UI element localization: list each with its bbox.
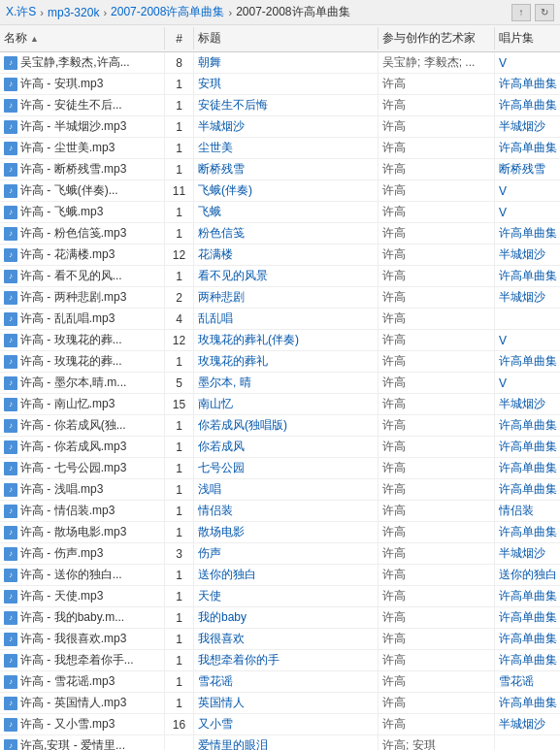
table-row[interactable]: ♪许高 - 南山忆.mp315南山忆许高半城烟沙 <box>0 394 560 415</box>
table-row[interactable]: ♪许高 - 你若成风(独...1你若成风(独唱版)许高许高单曲集 <box>0 415 560 437</box>
file-num-cell: 1 <box>165 607 194 628</box>
table-row[interactable]: ♪许高 - 两种悲剧.mp32两种悲剧许高半城烟沙 <box>0 287 560 309</box>
file-title-text: 安琪 <box>198 76 221 92</box>
file-name-cell: ♪吴宝静,李毅杰,许高... <box>0 52 165 73</box>
col-header-num[interactable]: # <box>165 27 194 49</box>
file-title-cell[interactable]: 送你的独白 <box>194 565 379 585</box>
file-album-cell: 许高单曲集 <box>495 266 560 286</box>
file-album-cell: 半城烟沙 <box>495 116 560 137</box>
music-file-icon: ♪ <box>4 654 17 668</box>
file-title-cell[interactable]: 浅唱 <box>194 479 379 500</box>
file-name-cell: ♪许高 - 玫瑰花的葬... <box>0 330 165 350</box>
file-title-cell[interactable]: 粉色信笺 <box>194 223 379 244</box>
table-row[interactable]: ♪许高 - 天使.mp31天使许高许高单曲集 <box>0 586 560 607</box>
file-title-cell[interactable]: 我的baby <box>194 607 379 628</box>
music-file-icon: ♪ <box>4 227 17 241</box>
file-title-cell[interactable]: 断桥残雪 <box>194 159 379 179</box>
file-title-cell[interactable]: 朝舞 <box>194 52 379 73</box>
col-header-artist[interactable]: 参与创作的艺术家 <box>379 27 495 49</box>
file-title-cell[interactable]: 散场电影 <box>194 522 379 542</box>
table-row[interactable]: ♪许高 - 乱乱唱.mp34乱乱唱许高 <box>0 309 560 330</box>
table-row[interactable]: ♪许高 - 又小雪.mp316又小雪许高半城烟沙 <box>0 714 560 735</box>
table-row[interactable]: ♪许高 - 半城烟沙.mp31半城烟沙许高半城烟沙 <box>0 116 560 138</box>
file-name-text: 许高 - 情侣装.mp3 <box>20 503 115 519</box>
breadcrumb-item-2[interactable]: mp3-320k <box>48 6 99 19</box>
table-row[interactable]: ♪许高 - 墨尔本,晴.m...5墨尔本, 晴许高V <box>0 373 560 394</box>
file-artist-cell: 许高 <box>379 543 495 564</box>
file-name-text: 许高 - 玫瑰花的葬... <box>20 353 122 370</box>
file-title-cell[interactable]: 安徒生不后悔 <box>194 95 379 115</box>
table-row[interactable]: ♪许高 - 英国情人.mp31英国情人许高许高单曲集 <box>0 693 560 714</box>
music-file-icon: ♪ <box>4 718 17 732</box>
file-title-cell[interactable]: 安琪 <box>194 74 379 94</box>
file-num-cell: 1 <box>165 522 194 542</box>
table-row[interactable]: ♪许高 - 你若成风.mp31你若成风许高许高单曲集 <box>0 437 560 458</box>
file-title-cell[interactable]: 英国情人 <box>194 693 379 713</box>
table-row[interactable]: ♪许高 - 情侣装.mp31情侣装许高情侣装 <box>0 501 560 522</box>
breadcrumb-item-3[interactable]: 2007-2008许高单曲集 <box>111 4 224 20</box>
file-title-cell[interactable]: 雪花谣 <box>194 671 379 692</box>
file-title-cell[interactable]: 七号公园 <box>194 458 379 478</box>
table-row[interactable]: ♪许高 - 雪花谣.mp31雪花谣许高雪花谣 <box>0 671 560 693</box>
file-title-cell[interactable]: 你若成风(独唱版) <box>194 415 379 436</box>
table-row[interactable]: ♪许高 - 伤声.mp33伤声许高半城烟沙 <box>0 543 560 565</box>
file-title-cell[interactable]: 又小雪 <box>194 714 379 734</box>
file-title-cell[interactable]: 乱乱唱 <box>194 309 379 329</box>
table-row[interactable]: ♪许高 - 玫瑰花的葬...1玫瑰花的葬礼许高许高单曲集 <box>0 351 560 373</box>
file-title-cell[interactable]: 半城烟沙 <box>194 116 379 137</box>
file-title-cell[interactable]: 飞蛾 <box>194 202 379 222</box>
col-header-name[interactable]: 名称 ▲ <box>0 27 165 49</box>
file-num-cell: 1 <box>165 223 194 244</box>
breadcrumb-item-1[interactable]: X.许S <box>6 4 36 20</box>
table-row[interactable]: ♪许高 - 尘世美.mp31尘世美许高许高单曲集 <box>0 138 560 159</box>
file-name-cell: ♪许高 - 情侣装.mp3 <box>0 501 165 521</box>
file-title-cell[interactable]: 飞蛾(伴奏) <box>194 180 379 201</box>
table-row[interactable]: ♪许高 - 七号公园.mp31七号公园许高许高单曲集 <box>0 458 560 479</box>
table-row[interactable]: ♪许高 - 玫瑰花的葬...12玫瑰花的葬礼(伴奏)许高V <box>0 330 560 351</box>
file-num-cell: 4 <box>165 309 194 329</box>
file-title-cell[interactable]: 墨尔本, 晴 <box>194 373 379 393</box>
file-title-cell[interactable]: 伤声 <box>194 543 379 564</box>
table-row[interactable]: ♪许高 - 散场电影.mp31散场电影许高许高单曲集 <box>0 522 560 543</box>
table-row[interactable]: ♪许高 - 我想牵着你手...1我想牵着你的手许高许高单曲集 <box>0 650 560 671</box>
file-title-cell[interactable]: 情侣装 <box>194 501 379 521</box>
file-num-cell: 1 <box>165 138 194 158</box>
file-title-cell[interactable]: 我想牵着你的手 <box>194 650 379 670</box>
table-row[interactable]: ♪许高 - 送你的独白...1送你的独白许高送你的独白 <box>0 565 560 586</box>
file-title-text: 墨尔本, 晴 <box>198 375 251 391</box>
file-title-cell[interactable]: 看不见的风景 <box>194 266 379 286</box>
table-row[interactable]: ♪吴宝静,李毅杰,许高...8朝舞吴宝静; 李毅杰; ...V <box>0 52 560 74</box>
table-row[interactable]: ♪许高 - 断桥残雪.mp31断桥残雪许高断桥残雪 <box>0 159 560 180</box>
table-row[interactable]: ♪许高,安琪 - 爱情里...爱情里的眼泪许高; 安琪 <box>0 735 560 750</box>
file-title-cell[interactable]: 两种悲剧 <box>194 287 379 308</box>
file-name-cell: ♪许高 - 我想牵着你手... <box>0 650 165 670</box>
file-album-cell: 许高单曲集 <box>495 351 560 372</box>
table-row[interactable]: ♪许高 - 安琪.mp31安琪许高许高单曲集 <box>0 74 560 95</box>
table-row[interactable]: ♪许高 - 我的baby.m...1我的baby许高许高单曲集 <box>0 607 560 629</box>
file-title-cell[interactable]: 尘世美 <box>194 138 379 158</box>
file-title-cell[interactable]: 爱情里的眼泪 <box>194 735 379 750</box>
file-title-cell[interactable]: 南山忆 <box>194 394 379 414</box>
file-name-text: 许高 - 我想牵着你手... <box>20 652 134 668</box>
file-title-text: 情侣装 <box>198 503 233 519</box>
table-row[interactable]: ♪许高 - 看不见的风...1看不见的风景许高许高单曲集 <box>0 266 560 287</box>
table-row[interactable]: ♪许高 - 安徒生不后...1安徒生不后悔许高许高单曲集 <box>0 95 560 116</box>
file-title-cell[interactable]: 玫瑰花的葬礼(伴奏) <box>194 330 379 350</box>
table-row[interactable]: ♪许高 - 粉色信笺.mp31粉色信笺许高许高单曲集 <box>0 223 560 245</box>
file-title-cell[interactable]: 你若成风 <box>194 437 379 457</box>
table-row[interactable]: ♪许高 - 我很喜欢.mp31我很喜欢许高许高单曲集 <box>0 629 560 650</box>
file-title-cell[interactable]: 花满楼 <box>194 245 379 265</box>
table-row[interactable]: ♪许高 - 飞蛾.mp31飞蛾许高V <box>0 202 560 223</box>
col-header-title[interactable]: 标题 <box>194 27 379 49</box>
table-row[interactable]: ♪许高 - 飞蛾(伴奏)...11飞蛾(伴奏)许高V <box>0 180 560 202</box>
file-title-cell[interactable]: 天使 <box>194 586 379 606</box>
file-title-cell[interactable]: 玫瑰花的葬礼 <box>194 351 379 372</box>
file-list[interactable]: ♪吴宝静,李毅杰,许高...8朝舞吴宝静; 李毅杰; ...V♪许高 - 安琪.… <box>0 52 560 750</box>
table-row[interactable]: ♪许高 - 花满楼.mp312花满楼许高半城烟沙 <box>0 245 560 266</box>
col-header-album[interactable]: 唱片集 <box>495 27 560 49</box>
file-name-cell: ♪许高 - 飞蛾(伴奏)... <box>0 180 165 201</box>
refresh-button[interactable]: ↻ <box>535 4 554 21</box>
up-button[interactable]: ↑ <box>511 4 531 21</box>
table-row[interactable]: ♪许高 - 浅唱.mp31浅唱许高许高单曲集 <box>0 479 560 501</box>
file-title-cell[interactable]: 我很喜欢 <box>194 629 379 649</box>
